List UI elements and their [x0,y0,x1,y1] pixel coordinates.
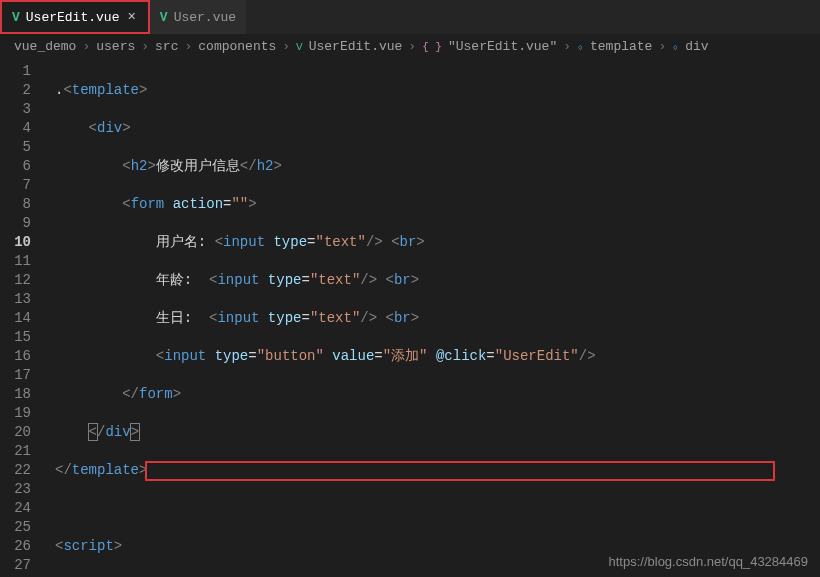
line-number: 5 [0,138,45,157]
line-number: 12 [0,271,45,290]
close-icon[interactable]: × [125,9,137,25]
vue-file-icon: V [160,10,168,25]
breadcrumb-item[interactable]: template [590,39,652,54]
chevron-right-icon: › [408,39,416,54]
line-number: 6 [0,157,45,176]
line-number: 1 [0,62,45,81]
chevron-right-icon: › [658,39,666,54]
breadcrumb-item[interactable]: src [155,39,178,54]
line-number: 10 [0,233,45,252]
line-number: 25 [0,518,45,537]
vue-file-icon: V [296,41,303,53]
line-number: 17 [0,366,45,385]
line-gutter: 1 2 3 4 5 6 7 8 9 10 11 12 13 14 15 16 1… [0,58,45,575]
line-number: 19 [0,404,45,423]
code-editor[interactable]: 1 2 3 4 5 6 7 8 9 10 11 12 13 14 15 16 1… [0,58,820,575]
line-number: 4 [0,119,45,138]
line-number: 24 [0,499,45,518]
watermark: https://blog.csdn.net/qq_43284469 [609,554,809,569]
chevron-right-icon: › [141,39,149,54]
line-number: 27 [0,556,45,575]
breadcrumb-item[interactable]: components [198,39,276,54]
code-area[interactable]: .<template> <div> <h2>修改用户信息</h2> <form … [45,58,820,575]
tab-bar: V UserEdit.vue × V User.vue [0,0,820,35]
chevron-right-icon: › [563,39,571,54]
line-number: 2 [0,81,45,100]
line-number: 14 [0,309,45,328]
breadcrumb-item[interactable]: vue_demo [14,39,76,54]
tag-icon: ⬨ [672,41,679,53]
chevron-right-icon: › [184,39,192,54]
chevron-right-icon: › [82,39,90,54]
tab-user[interactable]: V User.vue [150,0,247,34]
chevron-right-icon: › [282,39,290,54]
line-number: 16 [0,347,45,366]
breadcrumb-item[interactable]: div [685,39,708,54]
line-number: 15 [0,328,45,347]
line-number: 22 [0,461,45,480]
tag-icon: ⬨ [577,41,584,53]
tab-label: User.vue [174,10,236,25]
breadcrumb: vue_demo › users › src › components › V … [0,35,820,58]
line-number: 11 [0,252,45,271]
line-number: 8 [0,195,45,214]
line-number: 9 [0,214,45,233]
line-number: 20 [0,423,45,442]
tab-useredit[interactable]: V UserEdit.vue × [0,0,150,34]
breadcrumb-item[interactable]: users [96,39,135,54]
breadcrumb-item[interactable]: UserEdit.vue [309,39,403,54]
line-number: 13 [0,290,45,309]
line-number: 3 [0,100,45,119]
tab-label: UserEdit.vue [26,10,120,25]
line-number: 26 [0,537,45,556]
line-number: 21 [0,442,45,461]
brace-icon: { } [422,41,442,53]
breadcrumb-item[interactable]: "UserEdit.vue" [448,39,557,54]
line-number: 7 [0,176,45,195]
line-number: 18 [0,385,45,404]
line-number: 23 [0,480,45,499]
vue-file-icon: V [12,10,20,25]
